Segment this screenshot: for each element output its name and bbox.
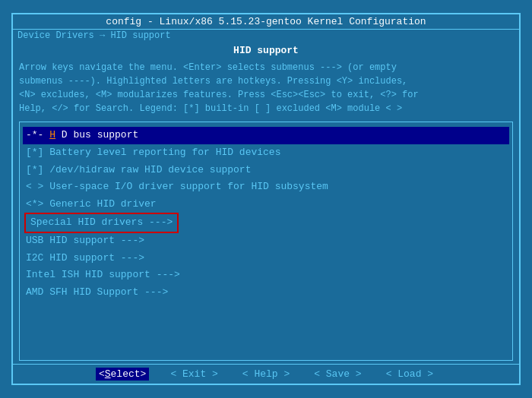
menu-box: -*- H D bus support [*] Battery level re… <box>19 122 513 361</box>
title-bar: config - Linux/x86 5.15.23-gentoo Kernel… <box>13 14 519 30</box>
help-text: Arrow keys navigate the menu. <Enter> se… <box>19 61 513 115</box>
breadcrumb-bar: Device Drivers → HID support <box>13 30 519 42</box>
menu-item-hidraw[interactable]: [*] /dev/hidraw raw HID device support <box>23 162 509 179</box>
load-button[interactable]: < Load > <box>383 368 436 381</box>
help-line2: submenus ----). Highlighted letters are … <box>19 74 513 88</box>
exit-button[interactable]: < Exit > <box>167 368 220 381</box>
main-content: HID support Arrow keys navigate the menu… <box>13 42 519 364</box>
save-button[interactable]: < Save > <box>311 368 364 381</box>
menu-item-userspace[interactable]: < > User-space I/O driver support for HI… <box>23 178 509 196</box>
menu-item-usb-hid[interactable]: USB HID support ---> <box>23 232 509 250</box>
help-line3: <N> excludes, <M> modularizes features. … <box>19 88 513 102</box>
bottom-bar: <Select> < Exit > < Help > < Save > < Lo… <box>13 364 519 384</box>
main-window: config - Linux/x86 5.15.23-gentoo Kernel… <box>11 13 521 385</box>
dialog-title: HID support <box>233 45 299 56</box>
top-title: config - Linux/x86 5.15.23-gentoo Kernel… <box>106 16 426 27</box>
menu-item-i2c-hid[interactable]: I2C HID support ---> <box>23 250 509 267</box>
help-line4: Help, </> for Search. Legend: [*] built-… <box>19 102 513 115</box>
menu-item-intel-ish[interactable]: Intel ISH HID support ---> <box>23 267 509 284</box>
help-button[interactable]: < Help > <box>239 368 293 381</box>
menu-item-amd-sfh[interactable]: AMD SFH HID Support ---> <box>23 284 509 302</box>
help-line1: Arrow keys navigate the menu. <Enter> se… <box>19 61 513 74</box>
menu-item-battery[interactable]: [*] Battery level reporting for HID devi… <box>23 144 509 162</box>
select-button[interactable]: <Select> <box>96 368 149 381</box>
menu-item-special-hid[interactable]: Special HID drivers ---> <box>23 213 509 232</box>
menu-item-hid-bus[interactable]: -*- H D bus support <box>23 127 509 144</box>
menu-item-generic-hid[interactable]: <*> Generic HID driver <box>23 196 509 213</box>
breadcrumb: Device Drivers → HID support <box>17 30 171 41</box>
